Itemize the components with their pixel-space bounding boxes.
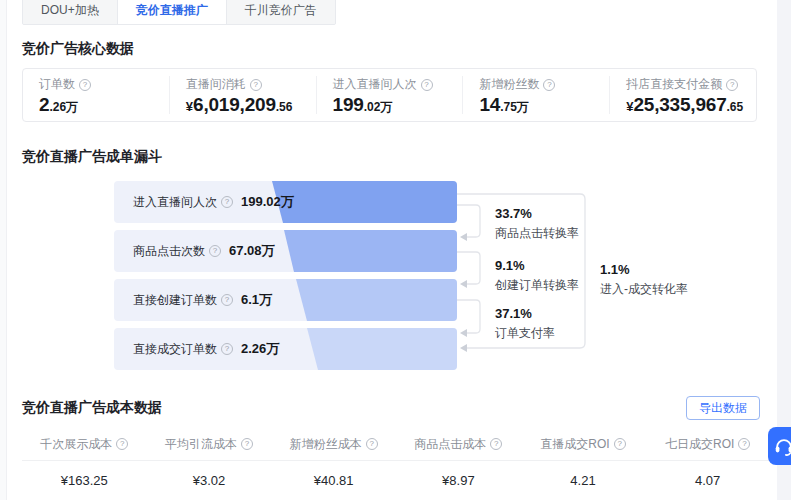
metric-value: 14.75万 [479, 95, 609, 114]
metric-value: ¥25,335,967.65 [626, 95, 756, 114]
col-cpm: 千次展示成本? [22, 436, 147, 453]
metric-new-followers: 新增粉丝数? 14.75万 [462, 76, 609, 114]
metric-label: 进入直播间人次 [333, 76, 417, 93]
info-icon[interactable]: ? [726, 79, 738, 91]
col-avg-traffic-cost: 平均引流成本? [147, 436, 272, 453]
funnel-row-entries: 进入直播间人次?199.02万 [114, 181, 457, 223]
value-live-roi: 4.21 [521, 473, 646, 488]
funnel-row-label: 直接成交订单数 [133, 341, 217, 358]
info-icon[interactable]: ? [221, 196, 233, 208]
metric-label: 订单数 [39, 76, 75, 93]
page-left-gutter [0, 0, 7, 500]
cost-data-title: 竞价直播广告成本数据 [22, 399, 162, 417]
info-icon[interactable]: ? [490, 438, 502, 450]
funnel-row-value: 67.08万 [229, 242, 275, 260]
info-icon[interactable]: ? [209, 245, 221, 257]
funnel-row-label: 进入直播间人次 [133, 194, 217, 211]
funnel-row-product-clicks: 商品点击次数?67.08万 [114, 230, 457, 272]
info-icon[interactable]: ? [241, 438, 253, 450]
info-icon[interactable]: ? [738, 438, 750, 450]
rate-value: 37.1% [495, 306, 605, 321]
rate-value: 1.1% [600, 262, 730, 277]
ad-type-tabbar: DOU+加热 竞价直播推广 千川竞价广告 [22, 0, 336, 25]
metric-label: 新增粉丝数 [479, 76, 539, 93]
value-avg-traffic-cost: ¥3.02 [147, 473, 272, 488]
funnel-row-orders-created: 直接创建订单数?6.1万 [114, 279, 457, 321]
headset-icon [773, 435, 791, 457]
rate-overall: 1.1% 进入-成交转化率 [600, 262, 730, 298]
info-icon[interactable]: ? [221, 294, 233, 306]
info-icon[interactable]: ? [250, 79, 262, 91]
metric-order-count: 订单数? 2.26万 [23, 76, 169, 114]
value-7day-roi: 4.07 [645, 473, 770, 488]
rate-label: 商品点击转换率 [495, 225, 605, 242]
metric-shop-direct-pay: 抖店直接支付金额? ¥25,335,967.65 [609, 76, 756, 114]
funnel-row-value: 199.02万 [241, 193, 294, 211]
col-live-roi: 直播成交ROI? [521, 436, 646, 453]
info-icon[interactable]: ? [421, 79, 433, 91]
rate-order-pay: 37.1% 订单支付率 [495, 306, 605, 342]
value-cpm: ¥163.25 [22, 473, 147, 488]
rate-value: 33.7% [495, 206, 605, 221]
info-icon[interactable]: ? [543, 79, 555, 91]
metric-value: 199.02万 [333, 95, 463, 114]
info-icon[interactable]: ? [79, 79, 91, 91]
metric-label: 直播间消耗 [186, 76, 246, 93]
info-icon[interactable]: ? [116, 438, 128, 450]
funnel-row-label: 直接创建订单数 [133, 292, 217, 309]
customer-service-button[interactable] [768, 427, 791, 465]
funnel-row-label: 商品点击次数 [133, 243, 205, 260]
info-icon[interactable]: ? [366, 438, 378, 450]
rate-order-create: 9.1% 创建订单转换率 [495, 258, 605, 294]
funnel-title: 竞价直播广告成单漏斗 [22, 148, 162, 166]
info-icon[interactable]: ? [614, 438, 626, 450]
col-product-click-cost: 商品点击成本? [396, 436, 521, 453]
value-follower-cost: ¥40.81 [271, 473, 396, 488]
cost-table-header: 千次展示成本? 平均引流成本? 新增粉丝成本? 商品点击成本? 直播成交ROI?… [22, 428, 770, 461]
rate-value: 9.1% [495, 258, 605, 273]
cost-table-row: ¥163.25 ¥3.02 ¥40.81 ¥8.97 4.21 4.07 [22, 461, 770, 500]
metric-value: ¥6,019,209.56 [186, 95, 316, 114]
metric-live-entries: 进入直播间人次? 199.02万 [316, 76, 463, 114]
cost-table: 千次展示成本? 平均引流成本? 新增粉丝成本? 商品点击成本? 直播成交ROI?… [22, 428, 770, 500]
tab-bidding-live[interactable]: 竞价直播推广 [118, 0, 227, 24]
rate-product-click: 33.7% 商品点击转换率 [495, 206, 605, 242]
metric-value: 2.26万 [39, 95, 169, 114]
value-product-click-cost: ¥8.97 [396, 473, 521, 488]
col-7day-roi: 七日成交ROI? [645, 436, 770, 453]
core-data-title: 竞价广告核心数据 [22, 40, 134, 58]
tab-dou-plus[interactable]: DOU+加热 [23, 0, 118, 24]
funnel-row-value: 6.1万 [241, 291, 272, 309]
core-metric-card: 订单数? 2.26万 直播间消耗? ¥6,019,209.56 进入直播间人次?… [22, 68, 757, 122]
metric-live-spend: 直播间消耗? ¥6,019,209.56 [169, 76, 316, 114]
info-icon[interactable]: ? [221, 343, 233, 355]
rate-label: 创建订单转换率 [495, 277, 605, 294]
rate-label: 订单支付率 [495, 325, 605, 342]
export-data-button[interactable]: 导出数据 [686, 396, 760, 420]
col-follower-cost: 新增粉丝成本? [271, 436, 396, 453]
funnel-row-orders-paid: 直接成交订单数?2.26万 [114, 328, 457, 370]
tab-qianchuan-bidding[interactable]: 千川竞价广告 [227, 0, 335, 24]
metric-label: 抖店直接支付金额 [626, 76, 722, 93]
funnel-row-value: 2.26万 [241, 340, 279, 358]
rate-label: 进入-成交转化率 [600, 281, 730, 298]
conversion-funnel: 进入直播间人次?199.02万 商品点击次数?67.08万 直接创建订单数?6.… [114, 181, 791, 381]
